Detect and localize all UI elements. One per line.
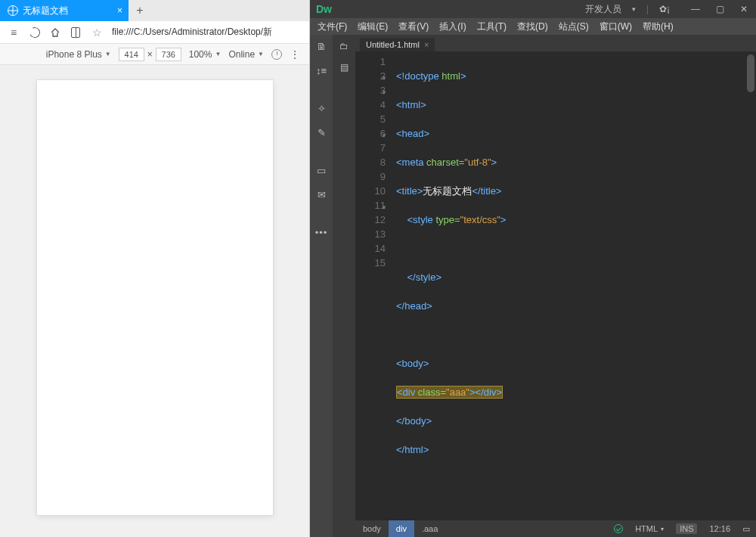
- reload-icon[interactable]: [29, 26, 41, 39]
- chat-icon[interactable]: ▭: [314, 163, 328, 177]
- device-preview: [0, 65, 309, 537]
- home-icon[interactable]: [50, 27, 60, 38]
- dw-logo: Dw: [316, 3, 332, 15]
- globe-icon: [8, 5, 18, 16]
- zoom-value: 100%: [189, 49, 212, 60]
- file-tab[interactable]: Untitled-1.html ×: [360, 38, 435, 51]
- device-select[interactable]: iPhone 8 Plus▼: [46, 49, 111, 60]
- dim-sep: ×: [147, 49, 153, 60]
- throttle-value: Online: [228, 49, 255, 60]
- device-toolbar: iPhone 8 Plus▼ × 100%▼ Online▼ ⋮: [0, 44, 309, 65]
- menu-edit[interactable]: 编辑(E): [358, 20, 388, 33]
- menu-view[interactable]: 查看(V): [398, 20, 429, 33]
- left-toolbar: 🗎 ↕≡ ✧ ✎ ▭ ✉ •••: [310, 35, 333, 537]
- maximize-button[interactable]: ▢: [712, 4, 727, 14]
- width-input[interactable]: [119, 48, 144, 61]
- crumb-body[interactable]: body: [355, 520, 389, 537]
- height-input[interactable]: [156, 48, 181, 61]
- more-icon[interactable]: ⋮: [290, 48, 300, 61]
- status-screen-icon[interactable]: ▭: [736, 524, 756, 534]
- zoom-select[interactable]: 100%▼: [189, 49, 222, 60]
- status-bar: body div .aaa HTML ▾ INS 12:16 ▭: [355, 520, 756, 537]
- file-tab-label: Untitled-1.html: [366, 40, 420, 49]
- throttle-select[interactable]: Online▼: [228, 49, 264, 60]
- new-tab-button[interactable]: +: [129, 0, 151, 21]
- settings-icon[interactable]: ✿¡: [659, 4, 670, 14]
- tab-title: 无标题文档: [23, 5, 68, 17]
- close-file-icon[interactable]: ×: [424, 40, 429, 49]
- status-ok-icon[interactable]: [608, 524, 629, 533]
- menu-file[interactable]: 文件(F): [318, 20, 347, 33]
- close-tab-icon[interactable]: ×: [117, 5, 122, 16]
- close-button[interactable]: ✕: [736, 4, 751, 14]
- status-lang[interactable]: HTML ▾: [629, 524, 670, 533]
- tab-bar: 无标题文档 × +: [0, 0, 309, 21]
- workspace-label[interactable]: 开发人员: [585, 3, 621, 16]
- crumb-div[interactable]: div: [389, 520, 414, 537]
- panel-css-icon[interactable]: ▤: [337, 61, 351, 74]
- rotate-icon[interactable]: [271, 49, 282, 60]
- status-time: 12:16: [703, 524, 736, 533]
- menu-insert[interactable]: 插入(I): [439, 20, 466, 33]
- dw-titlebar: Dw 开发人员 ▾ | ✿¡ — ▢ ✕: [310, 0, 756, 18]
- editor-scrollbar[interactable]: [747, 54, 754, 92]
- browser-tab[interactable]: 无标题文档 ×: [0, 0, 129, 21]
- line-gutter: 1 2▼ 3▼ 4 5 6▼ 7 8 9 10 11▼ 12 13 14: [355, 51, 392, 520]
- menu-icon[interactable]: ≡: [8, 26, 20, 39]
- crumb-class[interactable]: .aaa: [414, 520, 445, 537]
- more-tools-icon[interactable]: •••: [314, 225, 328, 239]
- browser-pane: 无标题文档 × + ≡ ☆ file:///C:/Users/Administr…: [0, 0, 310, 537]
- panel-files-icon[interactable]: 🗀: [337, 39, 351, 53]
- menu-tools[interactable]: 工具(T): [477, 20, 507, 33]
- dreamweaver-pane: Dw 开发人员 ▾ | ✿¡ — ▢ ✕ 文件(F) 编辑(E) 查看(V) 插…: [310, 0, 756, 537]
- panel-toolbar: 🗀 ▤: [333, 35, 355, 537]
- file-icon[interactable]: 🗎: [314, 39, 328, 53]
- device-frame[interactable]: [37, 80, 273, 515]
- code-area[interactable]: <!doctype html> <html> <head> <meta char…: [392, 51, 756, 520]
- bookmark-icon[interactable]: ☆: [91, 26, 103, 39]
- minimize-button[interactable]: —: [688, 4, 703, 14]
- menu-find[interactable]: 查找(D): [517, 20, 548, 33]
- file-tabs: Untitled-1.html ×: [355, 35, 756, 51]
- viewport-dimensions: ×: [119, 48, 181, 61]
- url-field[interactable]: file:///C:/Users/Administrator/Desktop/新: [112, 26, 302, 39]
- menu-window[interactable]: 窗口(W): [600, 20, 632, 33]
- device-name: iPhone 8 Plus: [46, 49, 102, 60]
- reader-icon[interactable]: [70, 26, 82, 39]
- brush-icon[interactable]: ✎: [314, 126, 328, 139]
- workspace-drop-icon[interactable]: ▾: [632, 5, 636, 13]
- code-editor[interactable]: 1 2▼ 3▼ 4 5 6▼ 7 8 9 10 11▼ 12 13 14: [355, 51, 756, 520]
- menu-site[interactable]: 站点(S): [559, 20, 589, 33]
- address-bar: ≡ ☆ file:///C:/Users/Administrator/Deskt…: [0, 21, 309, 44]
- sep: |: [646, 4, 649, 14]
- status-mode[interactable]: INS: [670, 523, 703, 534]
- wand-icon[interactable]: ✧: [314, 101, 328, 115]
- adjust-icon[interactable]: ↕≡: [314, 64, 328, 77]
- menu-help[interactable]: 帮助(H): [643, 20, 674, 33]
- dw-menubar: 文件(F) 编辑(E) 查看(V) 插入(I) 工具(T) 查找(D) 站点(S…: [310, 18, 756, 35]
- comment-icon[interactable]: ✉: [314, 188, 328, 201]
